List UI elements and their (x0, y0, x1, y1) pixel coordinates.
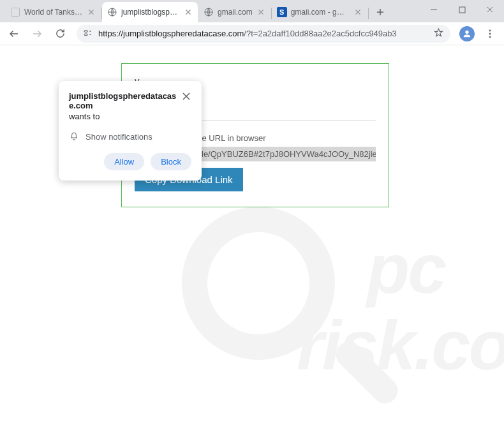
globe-icon (10, 7, 20, 17)
menu-button[interactable] (480, 24, 500, 44)
tab-title: World of Tanks – nemokan… (24, 8, 83, 17)
tab-0[interactable]: World of Tanks – nemokan… (5, 2, 101, 22)
title-bar: World of Tanks – nemokan… jumplistblogsp… (0, 0, 504, 22)
toolbar: https://jumplistblogspheredatacase.com/?… (0, 22, 504, 45)
svg-point-6 (89, 34, 91, 35)
tab-title: jumplistblogspheredatacas… (121, 8, 180, 17)
new-tab-button[interactable] (371, 3, 389, 21)
svg-point-5 (89, 31, 91, 32)
notification-permission-popup: jumplistblogspheredatacase.com wants to … (59, 81, 202, 181)
site-settings-icon[interactable] (83, 27, 93, 40)
close-window-button[interactable] (476, 0, 504, 19)
tab-title: gmaii.com (218, 8, 253, 17)
forward-button[interactable] (27, 24, 47, 44)
tab-separator (368, 8, 369, 19)
permission-row: Show notifications (69, 131, 191, 142)
svg-point-9 (489, 33, 491, 34)
allow-button[interactable]: Allow (104, 153, 144, 170)
svg-point-8 (489, 29, 491, 31)
bell-icon (69, 131, 79, 142)
window-controls (420, 0, 504, 19)
tab-1-active[interactable]: jumplistblogspheredatacas… (102, 2, 198, 22)
close-icon[interactable] (256, 8, 265, 17)
svg-rect-2 (459, 7, 465, 13)
notif-site-name: jumplistblogspheredatacase.com (69, 91, 181, 110)
profile-button[interactable] (457, 24, 477, 44)
tab-3[interactable]: S gmaii.com - gmaii Resourc… (272, 2, 367, 22)
tab-2[interactable]: gmaii.com (198, 2, 271, 22)
minimize-button[interactable] (420, 0, 448, 19)
maximize-button[interactable] (448, 0, 476, 19)
globe-icon (204, 7, 214, 17)
block-button[interactable]: Block (151, 153, 191, 170)
svg-rect-3 (84, 31, 87, 33)
close-icon[interactable] (87, 8, 96, 17)
avatar-icon (459, 26, 475, 41)
svg-point-10 (489, 36, 491, 38)
close-icon[interactable] (184, 8, 193, 17)
page-content: pc risk.com y... s: 2025 Copy and paste … (0, 45, 504, 444)
reload-button[interactable] (50, 24, 70, 44)
svg-rect-4 (84, 34, 87, 36)
back-button[interactable] (4, 24, 24, 44)
s-icon: S (277, 7, 287, 17)
tabs-container: World of Tanks – nemokan… jumplistblogsp… (5, 2, 420, 22)
url-text: https://jumplistblogspheredatacase.com/?… (98, 29, 428, 38)
star-icon[interactable] (433, 27, 444, 40)
permission-label: Show notifications (85, 132, 152, 142)
svg-point-7 (465, 30, 468, 33)
notif-wants-to: wants to (69, 112, 181, 121)
globe-icon (107, 7, 117, 17)
close-icon[interactable] (353, 8, 362, 17)
tab-title: gmaii.com - gmaii Resourc… (291, 8, 350, 17)
address-bar[interactable]: https://jumplistblogspheredatacase.com/?… (77, 25, 450, 43)
close-icon[interactable] (181, 91, 191, 101)
